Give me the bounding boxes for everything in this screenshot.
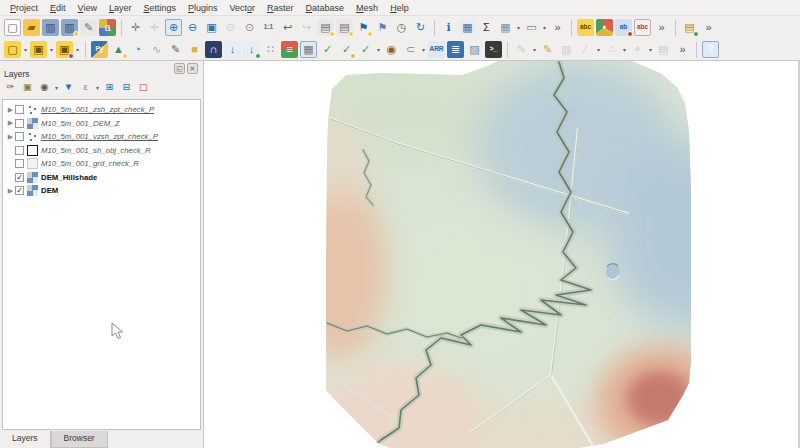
remove-layer-icon[interactable]: ▢ xyxy=(136,80,151,95)
toolbar-overflow-button-1-icon[interactable]: » xyxy=(549,19,566,36)
check-topology-icon[interactable]: ✓ xyxy=(357,41,374,58)
layer-labeling-options-icon[interactable]: abc xyxy=(577,19,594,36)
plugin-document-icon[interactable]: ≣ xyxy=(447,41,464,58)
plugin-draw-icon[interactable]: ✎ xyxy=(167,41,184,58)
layer-visibility-checkbox[interactable] xyxy=(15,119,24,128)
menu-raster[interactable]: Raster xyxy=(261,2,300,14)
panel-close-icon[interactable]: ✕ xyxy=(187,63,198,74)
layer-name[interactable]: M10_5m_001_grd_check_R xyxy=(41,159,139,168)
menu-edit[interactable]: Edit xyxy=(44,2,72,14)
dock-tab-layers[interactable]: Layers xyxy=(0,431,51,448)
vertex-tool-icon[interactable]: ⌖ xyxy=(629,41,646,58)
manage-map-themes-icon[interactable]: ◉ xyxy=(37,80,52,95)
zoom-in-icon[interactable]: ⊕ xyxy=(165,19,182,36)
dropdown-arrow-icon[interactable]: ▾ xyxy=(74,46,81,53)
panel-float-icon[interactable]: ◱ xyxy=(174,63,185,74)
layer-name[interactable]: DEM_Hillshade xyxy=(41,173,97,182)
help-icon[interactable]: ? xyxy=(702,41,719,58)
layer-row[interactable]: M10_5m_001_sh_obj_check_R xyxy=(3,144,200,158)
new-project-icon[interactable]: ▢ xyxy=(4,19,21,36)
plugin-import-db-icon[interactable]: ↓ xyxy=(243,41,260,58)
select-by-value-icon[interactable]: ▣ xyxy=(30,41,47,58)
add-feature-icon[interactable]: ∕ xyxy=(577,41,594,58)
pan-to-selection-icon[interactable]: ✛ xyxy=(146,19,163,36)
statistical-summary-icon[interactable]: Σ xyxy=(478,19,495,36)
temporal-controller-icon[interactable]: ◷ xyxy=(393,19,410,36)
layer-notes-icon[interactable]: ▤ xyxy=(655,41,672,58)
plugin-tcp-icon[interactable]: ∷ xyxy=(262,41,279,58)
refresh-icon[interactable]: ↻ xyxy=(412,19,429,36)
select-features-icon[interactable]: ▢ xyxy=(4,41,21,58)
zoom-to-layer-icon[interactable]: ⊙ xyxy=(241,19,258,36)
dropdown-arrow-icon[interactable]: ▾ xyxy=(621,46,628,53)
plugin-animal-icon[interactable]: ◉ xyxy=(383,41,400,58)
current-edits-icon[interactable]: ✎ xyxy=(513,41,530,58)
expander-icon[interactable]: ▶ xyxy=(6,119,15,127)
toolbar-overflow-button-4-icon[interactable]: » xyxy=(674,41,691,58)
zoom-full-icon[interactable]: ▣ xyxy=(203,19,220,36)
style-manager-icon[interactable]: a xyxy=(99,19,116,36)
dropdown-arrow-icon[interactable]: ▾ xyxy=(48,46,55,53)
collapse-all-icon[interactable]: ⊟ xyxy=(119,80,134,95)
menu-database[interactable]: Database xyxy=(300,2,351,14)
new-spatial-bookmark-icon[interactable]: ⚑ xyxy=(355,19,372,36)
open-project-icon[interactable]: ▰ xyxy=(23,19,40,36)
plugin-processing-icon[interactable]: ◔ xyxy=(129,41,146,58)
expander-icon[interactable]: ▶ xyxy=(6,187,15,195)
zoom-next-icon[interactable]: ↪ xyxy=(298,19,315,36)
plugin-arch-icon[interactable]: ∩ xyxy=(205,41,222,58)
expand-all-icon[interactable]: ⊞ xyxy=(102,80,117,95)
layer-visibility-checkbox[interactable] xyxy=(15,132,24,141)
filter-legend-icon[interactable]: ▼ xyxy=(61,80,76,95)
plugin-arr-icon[interactable]: ARR xyxy=(428,41,445,58)
vertex-tool-all-icon[interactable]: ∴ xyxy=(603,41,620,58)
menu-vector[interactable]: Vector xyxy=(224,2,262,14)
menu-plugins[interactable]: Plugins xyxy=(182,2,224,14)
menu-mesh[interactable]: Mesh xyxy=(350,2,384,14)
toolbar-overflow-button-3-icon[interactable]: » xyxy=(700,19,717,36)
zoom-to-selection-icon[interactable]: ⊙ xyxy=(222,19,239,36)
new-map-view-icon[interactable]: ▤ xyxy=(317,19,334,36)
layer-row[interactable]: M10_5m_001_grd_check_R xyxy=(3,157,200,171)
dropdown-arrow-icon[interactable]: ▾ xyxy=(647,46,654,53)
expander-icon[interactable]: ▶ xyxy=(6,106,15,114)
plugin-image-icon[interactable]: ▦ xyxy=(300,41,317,58)
dropdown-arrow-icon[interactable]: ▾ xyxy=(94,84,101,91)
dropdown-arrow-icon[interactable]: ▾ xyxy=(375,46,382,53)
open-layer-styling-icon[interactable]: ✑ xyxy=(3,80,18,95)
layer-name[interactable]: M10_5m_001_DEM_Z xyxy=(41,119,119,128)
dropdown-arrow-icon[interactable]: ▾ xyxy=(420,46,427,53)
layer-visibility-checkbox[interactable]: ✓ xyxy=(15,186,24,195)
layer-name[interactable]: M10_5m_001_vzsh_zpt_check_P xyxy=(41,132,158,141)
open-attribute-table-icon[interactable]: ▦ xyxy=(459,19,476,36)
layer-row[interactable]: ▶M10_5m_001_zsh_zpt_check_P xyxy=(3,103,200,117)
layer-visibility-checkbox[interactable] xyxy=(15,105,24,114)
python-terminal-icon[interactable]: >_ xyxy=(485,41,502,58)
attribute-table-menu-icon[interactable]: ▦ xyxy=(497,19,514,36)
plugin-freehand-icon[interactable]: ∿ xyxy=(148,41,165,58)
deselect-features-icon[interactable]: ▣ xyxy=(56,41,73,58)
layer-row[interactable]: ✓DEM_Hillshade xyxy=(3,171,200,185)
zoom-native-icon[interactable]: 1:1 xyxy=(260,19,277,36)
dropdown-arrow-icon[interactable]: ▾ xyxy=(595,46,602,53)
toggle-editing-icon[interactable]: ✎ xyxy=(539,41,556,58)
dock-tab-browser[interactable]: Browser xyxy=(51,431,108,448)
dropdown-arrow-icon[interactable]: ▾ xyxy=(531,46,538,53)
zoom-out-icon[interactable]: ⊖ xyxy=(184,19,201,36)
dropdown-arrow-icon[interactable]: ▾ xyxy=(22,46,29,53)
menu-project[interactable]: Project xyxy=(4,2,44,14)
layer-name[interactable]: DEM xyxy=(41,186,58,195)
highlight-pinned-labels-icon[interactable]: ab xyxy=(615,19,632,36)
show-bookmarks-icon[interactable]: ⚑ xyxy=(374,19,391,36)
new-3d-map-view-icon[interactable]: ▤ xyxy=(336,19,353,36)
check-geometry-icon[interactable]: ✓ xyxy=(319,41,336,58)
layer-name[interactable]: M10_5m_001_sh_obj_check_R xyxy=(41,146,151,155)
map-canvas[interactable] xyxy=(203,61,800,448)
identify-features-icon[interactable]: ℹ xyxy=(440,19,457,36)
save-project-as-icon[interactable]: ▥ xyxy=(61,19,78,36)
menu-help[interactable]: Help xyxy=(384,2,415,14)
dropdown-arrow-icon[interactable]: ▾ xyxy=(541,24,548,31)
plugin-mesh-icon[interactable]: ▨ xyxy=(466,41,483,58)
plugin-terrain-icon[interactable]: ▲ xyxy=(110,41,127,58)
add-layer-icon[interactable]: ▤ xyxy=(681,19,698,36)
